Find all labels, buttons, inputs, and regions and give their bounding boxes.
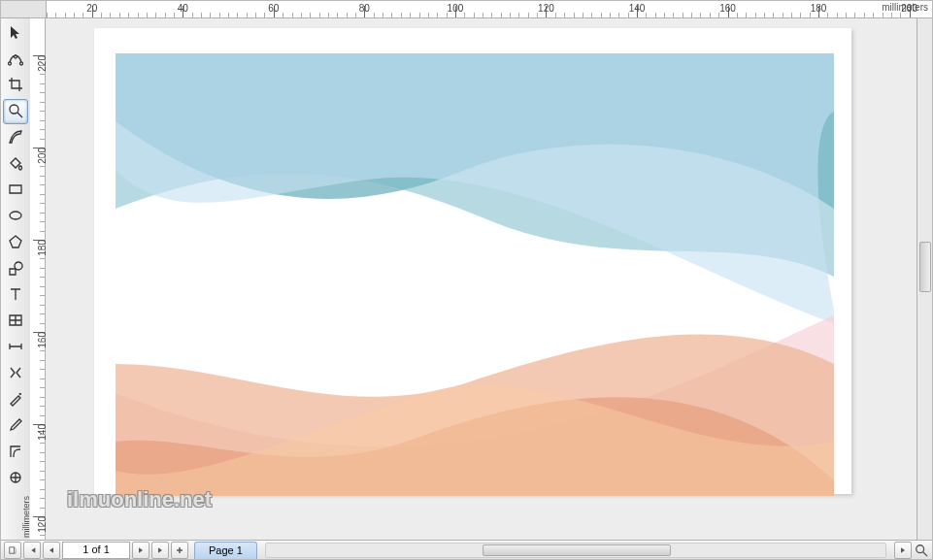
wand-icon	[8, 391, 23, 409]
shape-tool[interactable]	[3, 47, 28, 72]
ellipse-tool[interactable]	[3, 204, 28, 229]
cursor-icon	[8, 24, 23, 42]
horizontal-scrollbar[interactable]	[265, 543, 886, 558]
status-bar: 1 of 1 Page 1	[1, 540, 932, 559]
eyedropper-tool[interactable]	[3, 413, 28, 439]
fill-tool[interactable]	[3, 466, 28, 491]
bucket-icon	[8, 155, 23, 173]
vertical-ruler[interactable]: millimeters 120140160180200220	[30, 18, 46, 540]
ruler-origin-corner[interactable]	[1, 1, 47, 17]
page-tab-1[interactable]: Page 1	[194, 542, 257, 559]
crop-icon	[8, 77, 23, 94]
crop-tool[interactable]	[3, 73, 28, 98]
polygon-tool[interactable]	[3, 230, 28, 255]
add-page-button[interactable]	[171, 542, 188, 559]
freehand-tool[interactable]	[3, 125, 28, 150]
table-tool[interactable]	[3, 309, 28, 334]
rect-icon	[8, 181, 23, 199]
ruler-h-label: 60	[268, 3, 279, 14]
shapes-icon	[8, 260, 23, 278]
ruler-h-label: 40	[178, 3, 188, 14]
zoom-tool[interactable]	[3, 99, 28, 124]
first-page-button[interactable]	[23, 542, 41, 559]
svg-rect-0	[10, 546, 15, 552]
ruler-h-label: 20	[86, 3, 97, 14]
effects-tool[interactable]	[3, 387, 28, 412]
polygon-icon	[8, 234, 23, 251]
ruler-unit-label-vertical: millimeters	[21, 496, 31, 538]
navigator-icon[interactable]	[914, 543, 929, 558]
connector-tool[interactable]	[3, 361, 28, 386]
ruler-h-label: 100	[448, 3, 464, 14]
ruler-h-label: 80	[359, 3, 370, 14]
doc-nav-icon[interactable]	[4, 542, 21, 559]
ellipse-icon	[8, 208, 23, 225]
basic-shapes-tool[interactable]	[3, 256, 28, 281]
last-page-button[interactable]	[151, 542, 169, 559]
outline-icon	[8, 444, 23, 461]
horizontal-ruler[interactable]: millimeters 20406080100120140160180200	[47, 1, 932, 17]
dropper-icon	[8, 417, 23, 435]
rectangle-tool[interactable]	[3, 178, 28, 203]
pen-icon	[8, 129, 23, 147]
dimension-tool[interactable]	[3, 335, 28, 360]
ruler-h-label: 160	[719, 3, 736, 14]
ruler-h-label: 140	[629, 3, 646, 14]
canvas-area[interactable]: ilmuonline.net	[46, 18, 916, 540]
horizontal-scrollbar-thumb[interactable]	[483, 544, 670, 556]
ruler-h-label: 180	[811, 3, 827, 14]
text-icon	[8, 286, 23, 304]
connector-icon	[8, 365, 23, 382]
toolbox-panel	[1, 18, 31, 540]
ruler-h-label: 200	[901, 3, 917, 14]
ruler-h-label: 120	[538, 3, 554, 14]
drawing-artwork[interactable]	[116, 53, 834, 496]
prev-page-button[interactable]	[43, 542, 60, 559]
zoom-icon	[8, 103, 23, 120]
pick-tool[interactable]	[3, 20, 28, 46]
text-tool[interactable]	[3, 282, 28, 308]
vertical-scrollbar[interactable]	[916, 18, 932, 540]
smart-fill-tool[interactable]	[3, 151, 28, 177]
table-icon	[8, 313, 23, 330]
watermark-text: ilmuonline.net	[67, 487, 212, 512]
page-counter-display[interactable]: 1 of 1	[62, 542, 130, 559]
scroll-right-button[interactable]	[894, 542, 912, 559]
dimension-icon	[8, 339, 23, 356]
next-page-button[interactable]	[132, 542, 150, 559]
fill-icon	[8, 470, 23, 487]
outline-tool[interactable]	[3, 440, 28, 465]
vertical-scrollbar-thumb[interactable]	[919, 242, 931, 292]
nodes-icon	[8, 50, 23, 68]
